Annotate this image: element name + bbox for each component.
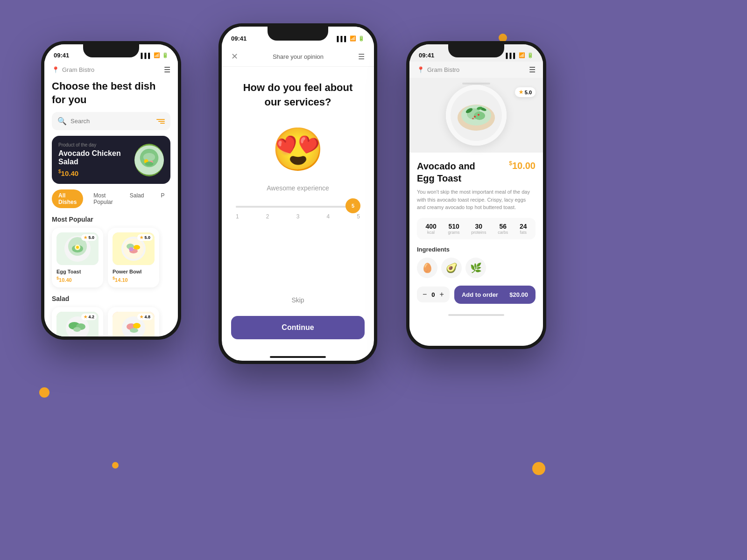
location-icon-3: 📍: [417, 66, 424, 73]
svg-point-34: [474, 112, 485, 120]
svg-point-38: [474, 116, 476, 118]
tab-salad[interactable]: Salad: [123, 189, 151, 208]
star-icon-2: ★: [140, 235, 143, 240]
dish-card-power-bowl[interactable]: ★ 5.0 Power Bowl: [108, 228, 159, 287]
menu-icon[interactable]: ☰: [164, 65, 170, 74]
quantity-control[interactable]: − 0 +: [417, 287, 450, 302]
emoji-container: 😍: [222, 119, 374, 180]
phone3-status-icons: ▌▌▌ 📶 🔋: [506, 52, 534, 58]
dot-3: [39, 387, 49, 398]
star-icon: ★: [84, 235, 87, 240]
detail-description: You won't skip the most important meal o…: [417, 188, 536, 211]
brand-name: Gram Bistro: [62, 66, 94, 73]
decrease-button[interactable]: −: [423, 290, 427, 299]
phone1-app-header: 📍 Gram Bistro ☰: [44, 62, 178, 78]
svg-point-23: [73, 327, 81, 332]
detail-dish-price: $10.00: [509, 160, 536, 171]
slider-labels: 1 2 3 4 5: [236, 213, 360, 220]
phone1-time: 09:41: [54, 52, 69, 59]
pod-name: Avocado Chicken Salad: [58, 149, 134, 166]
tab-all-dishes[interactable]: All Dishes: [52, 189, 83, 208]
label-4: 4: [326, 213, 330, 220]
quantity-value: 0: [431, 291, 435, 298]
product-of-day-card[interactable]: Product of the day Avocado Chicken Salad…: [52, 136, 170, 184]
ingredients-row: 🥚 🥑 🌿: [417, 258, 536, 278]
nutrition-kcal: 400 kcal: [425, 223, 436, 235]
svg-point-11: [76, 246, 79, 249]
search-bar[interactable]: 🔍: [52, 112, 170, 130]
scroll-indicator: [462, 83, 490, 84]
nutrition-proteins: 30 proteins: [471, 223, 486, 235]
dish-name-power-bowl: Power Bowl: [113, 269, 155, 274]
search-input[interactable]: [70, 118, 153, 125]
detail-app-logo: 📍 Gram Bistro: [417, 66, 459, 73]
increase-button[interactable]: +: [440, 290, 444, 299]
phone-survey: 09:41 ▌▌▌ 📶 🔋 ✕ Share your opinion ☰ How…: [218, 23, 377, 364]
ingredient-avocado: 🥑: [441, 258, 462, 278]
filter-icon[interactable]: [156, 119, 165, 124]
salad-card-2[interactable]: ★ 4.8: [108, 307, 159, 336]
salad-rating-2: ★ 4.8: [137, 314, 153, 320]
detail-rating-value: 5.0: [525, 90, 532, 95]
label-5: 5: [357, 213, 360, 220]
battery-icon-2: 🔋: [358, 35, 365, 42]
nutrition-grid: 400 kcal 510 grams 30 proteins 56 carbs: [417, 218, 536, 239]
label-3: 3: [296, 213, 300, 220]
survey-header: ✕ Share your opinion ☰: [222, 47, 374, 67]
category-tabs: All Dishes Most Popular Salad P: [44, 189, 178, 214]
slider-track: 5: [236, 206, 360, 208]
proteins-label: proteins: [471, 230, 486, 235]
star-icon-3: ★: [84, 315, 87, 319]
dish-price-egg-toast: $10.40: [56, 276, 99, 283]
dish-rating-power-bowl: ★ 5.0: [137, 234, 153, 241]
phone1-status-icons: ▌▌▌ 📶 🔋: [141, 52, 169, 58]
skip-button[interactable]: Skip: [222, 289, 374, 311]
grams-label: grams: [448, 230, 460, 235]
label-2: 2: [266, 213, 269, 220]
detail-menu-icon[interactable]: ☰: [529, 65, 536, 74]
close-icon[interactable]: ✕: [231, 51, 238, 62]
continue-button[interactable]: Continue: [231, 316, 365, 339]
star-icon-4: ★: [140, 315, 143, 319]
phone2-status-icons: ▌▌▌ 📶 🔋: [337, 35, 365, 42]
pod-image: [134, 144, 164, 176]
add-to-order-button[interactable]: Add to order $20.00: [454, 286, 536, 304]
feedback-emoji: 😍: [272, 128, 324, 170]
fats-value: 24: [520, 223, 527, 230]
order-price: $20.00: [509, 291, 528, 298]
location-icon: 📍: [52, 66, 59, 73]
phone3-time: 09:41: [419, 52, 434, 59]
phone1-notch: [83, 44, 139, 57]
kcal-value: 400: [425, 223, 436, 230]
rating-slider[interactable]: 5 1 2 3 4 5: [222, 201, 374, 224]
survey-menu-icon[interactable]: ☰: [358, 52, 365, 61]
wifi-icon: 📶: [154, 52, 160, 58]
detail-star-icon: ★: [519, 89, 523, 95]
slider-thumb[interactable]: 5: [345, 198, 360, 213]
hero-title: Choose the best dish for you: [44, 78, 178, 112]
wifi-icon-3: 📶: [519, 52, 525, 58]
nutrition-fats: 24 fats: [520, 223, 527, 235]
tab-more[interactable]: P: [154, 189, 171, 208]
wifi-icon-2: 📶: [350, 35, 356, 42]
signal-icon-2: ▌▌▌: [337, 36, 348, 42]
tab-most-popular[interactable]: Most Popular: [87, 189, 119, 208]
ingredient-egg: 🥚: [417, 258, 437, 278]
salad-title: Salad: [44, 293, 178, 307]
dish-name-egg-toast: Egg Toast: [56, 269, 99, 274]
slider-fill: [236, 206, 360, 208]
dish-card-egg-toast[interactable]: ★ 5.0 Egg Toast $10.40: [52, 228, 103, 287]
detail-hero: ★ 5.0: [409, 78, 543, 153]
home-indicator-3: [448, 314, 504, 316]
salad-card-1[interactable]: ★ 4.2: [52, 307, 103, 336]
detail-brand-name: Gram Bistro: [427, 66, 459, 73]
emoji-label: Awesome experience: [222, 180, 374, 201]
phone-menu: 09:41 ▌▌▌ 📶 🔋 📍 Gram Bistro ☰ Choose the…: [41, 41, 181, 340]
svg-point-40: [472, 118, 474, 119]
fats-label: fats: [520, 230, 527, 235]
dot-5: [532, 462, 545, 475]
signal-icon: ▌▌▌: [141, 53, 152, 58]
svg-point-28: [130, 328, 138, 333]
survey-header-title: Share your opinion: [273, 53, 324, 60]
pod-price: $10.40: [58, 169, 134, 177]
